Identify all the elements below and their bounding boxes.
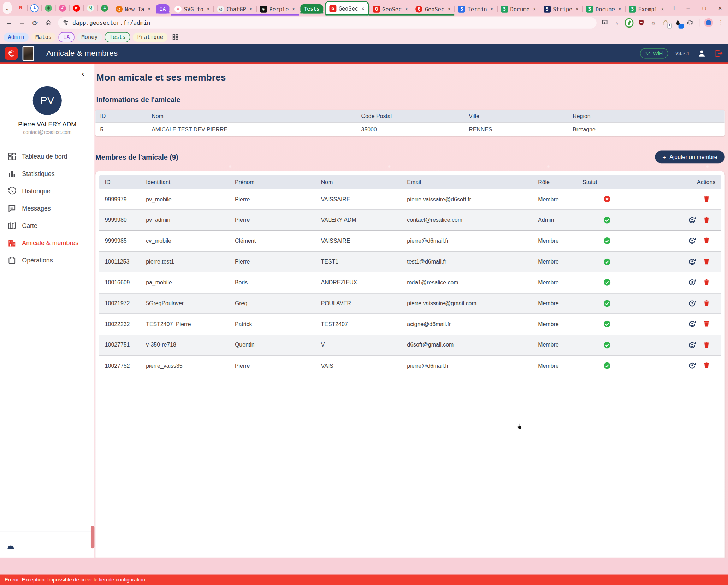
browser-window: ⌄ M1◉♪▶Q1 ◔New Ta✕IA✳SVG to✕◎ChatGP✕✳Per… <box>0 0 728 585</box>
cell-actions <box>653 362 715 370</box>
back-button[interactable]: ← <box>3 17 15 29</box>
bookmark-money[interactable]: Money <box>77 32 102 41</box>
calendar-icon <box>7 256 16 265</box>
sidebar-item-carte[interactable]: Carte <box>0 217 95 235</box>
window-minimize-button[interactable]: – <box>680 5 696 11</box>
impersonate-icon[interactable] <box>688 278 696 286</box>
delete-member-icon[interactable] <box>703 299 711 307</box>
extension-recycle-icon[interactable]: ♻ <box>649 18 658 27</box>
tab-label: Termin <box>468 6 487 13</box>
bookmark-admin[interactable]: Admin <box>4 32 29 41</box>
tab-close-icon[interactable]: ✕ <box>404 6 409 12</box>
pinned-tab[interactable]: ♪ <box>55 2 70 14</box>
tab-group-pill-ia[interactable]: IA <box>156 4 170 13</box>
browser-tab[interactable]: ◎ChatGP✕ <box>213 3 256 16</box>
impersonate-icon[interactable] <box>688 362 696 370</box>
cell-identifiant: v-350-re718 <box>146 342 235 348</box>
cell-email: test1@d6mail.fr <box>407 258 538 265</box>
delete-member-icon[interactable] <box>703 216 711 224</box>
impersonate-icon[interactable] <box>688 237 696 245</box>
logout-icon[interactable] <box>714 48 723 58</box>
tab-close-icon[interactable]: ✕ <box>206 6 211 12</box>
pinned-tab[interactable]: Q <box>84 2 98 14</box>
delete-member-icon[interactable] <box>703 362 711 370</box>
tab-close-icon[interactable]: ✕ <box>660 6 665 12</box>
tab-close-icon[interactable]: ✕ <box>291 6 296 12</box>
table-row: 10011253pierre.test1PierreTEST1test1@d6m… <box>99 251 721 272</box>
pinned-tab[interactable]: M <box>13 2 28 14</box>
delete-member-icon[interactable] <box>703 341 711 349</box>
impersonate-icon[interactable] <box>688 320 696 328</box>
sidebar-item-amicale-membres[interactable]: Amicale & membres <box>0 235 95 252</box>
browser-tab[interactable]: STermin✕ <box>455 3 497 16</box>
browser-menu-icon[interactable]: ⋮ <box>716 18 725 27</box>
extensions-puzzle-icon[interactable] <box>685 18 694 27</box>
browser-tab[interactable]: ✳Perple✕ <box>256 3 299 16</box>
column-header: Prénom <box>235 179 321 185</box>
tab-group-pill-tests[interactable]: Tests <box>300 4 323 13</box>
tab-close-icon[interactable]: ✕ <box>147 6 152 12</box>
pinned-tab[interactable]: ▶ <box>70 2 84 14</box>
impersonate-icon[interactable] <box>688 216 696 224</box>
user-account-icon[interactable] <box>697 48 706 58</box>
tab-close-icon[interactable]: ✕ <box>248 6 253 12</box>
sidebar-item-statistiques[interactable]: Statistiques <box>0 165 95 183</box>
impersonate-icon[interactable] <box>688 341 696 349</box>
extension-dropper-icon[interactable] <box>673 18 682 27</box>
sidebar-item-messages[interactable]: Messages <box>0 200 95 217</box>
delete-member-icon[interactable] <box>703 278 711 286</box>
new-tab-button[interactable]: + <box>670 2 679 14</box>
tab-close-icon[interactable]: ✕ <box>360 6 365 12</box>
extension-shield-icon[interactable] <box>637 18 646 27</box>
extension-home-icon[interactable]: 1 <box>661 18 670 27</box>
bookmark-matos[interactable]: Matos <box>31 32 56 41</box>
delete-member-icon[interactable] <box>703 237 711 245</box>
cell-email: mda1@resalice.com <box>407 279 538 286</box>
pinned-tab[interactable]: ◉ <box>42 2 56 14</box>
browser-tab[interactable]: GGeoSec✕ <box>369 3 412 16</box>
bookmark-apps-grid-icon[interactable] <box>172 34 179 40</box>
window-close-button[interactable]: ✕ <box>712 5 728 11</box>
sidebar-scrollbar-thumb[interactable] <box>91 526 95 549</box>
delete-member-icon[interactable] <box>703 258 711 266</box>
browser-tab[interactable]: SDocume✕ <box>497 3 540 16</box>
browser-tab[interactable]: GGeoSec✕ <box>412 3 455 16</box>
tab-close-icon[interactable]: ✕ <box>617 6 622 12</box>
window-maximize-button[interactable]: ▢ <box>696 5 712 11</box>
home-button[interactable] <box>42 17 54 29</box>
browser-tab[interactable]: SExempl✕ <box>625 3 668 16</box>
impersonate-icon[interactable] <box>688 299 696 307</box>
browser-tab[interactable]: ✳SVG to✕ <box>171 3 214 16</box>
impersonate-icon[interactable] <box>688 258 696 266</box>
install-app-icon[interactable] <box>600 18 609 27</box>
delete-member-icon[interactable] <box>703 320 711 328</box>
bookmark-tests[interactable]: Tests <box>105 32 130 42</box>
tab-close-icon[interactable]: ✕ <box>489 6 494 12</box>
tab-close-icon[interactable]: ✕ <box>447 6 452 12</box>
tab-close-icon[interactable]: ✕ <box>575 6 580 12</box>
pinned-tab[interactable]: 1 <box>98 2 112 14</box>
browser-tab[interactable]: SStripe✕ <box>540 3 582 16</box>
sidebar-item-historique[interactable]: Historique <box>0 183 95 200</box>
tab-search-button[interactable]: ⌄ <box>3 2 12 14</box>
profile-avatar[interactable] <box>704 18 713 27</box>
reload-button[interactable]: ⟳ <box>29 17 41 29</box>
browser-tab[interactable]: GGeoSec✕ <box>325 1 369 16</box>
user-name: Pierre VALERY ADM <box>0 121 95 128</box>
sidebar-item-tableau-de-bord[interactable]: Tableau de bord <box>0 148 95 165</box>
bookmark-star-icon[interactable]: ☆ <box>612 18 621 27</box>
url-bar[interactable]: dapp.geosector.fr/admin <box>58 17 597 28</box>
sidebar-item-op-rations[interactable]: Opérations <box>0 252 95 269</box>
bookmark-pratique[interactable]: Pratique <box>133 32 167 41</box>
bookmark-ia[interactable]: IA <box>59 32 75 42</box>
sidebar-collapse-button[interactable]: ‹ <box>82 69 84 77</box>
browser-tab[interactable]: ◔New Ta✕ <box>112 3 154 16</box>
browser-tab[interactable]: SDocume✕ <box>582 3 625 16</box>
secondary-logo-image <box>23 46 34 60</box>
delete-member-icon[interactable] <box>703 195 711 203</box>
tab-close-icon[interactable]: ✕ <box>532 6 537 12</box>
add-member-button[interactable]: + Ajouter un membre <box>655 151 725 164</box>
extension-grammar-icon[interactable] <box>625 18 633 27</box>
forward-button[interactable]: → <box>16 17 28 29</box>
pinned-tab[interactable]: 1 <box>28 2 42 14</box>
